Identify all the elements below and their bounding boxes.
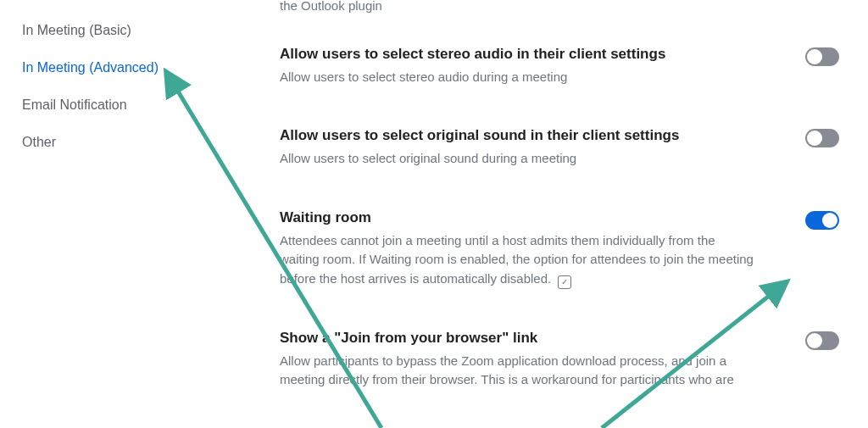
sidebar-item-other[interactable]: Other: [22, 124, 254, 161]
setting-title: Show a "Join from your browser" link: [280, 330, 771, 347]
partial-previous-setting-desc: the Outlook plugin: [280, 0, 754, 15]
setting-desc: Allow participants to bypass the Zoom ap…: [280, 352, 754, 390]
setting-title: Waiting room: [280, 209, 771, 226]
sidebar-item-in-meeting-basic[interactable]: In Meeting (Basic): [22, 12, 254, 49]
settings-main: the Outlook plugin Allow users to select…: [254, 0, 868, 428]
setting-stereo-audio: Allow users to select stereo audio in th…: [280, 46, 839, 87]
setting-desc: Allow users to select original sound dur…: [280, 149, 754, 169]
settings-sidebar: In Meeting (Basic) In Meeting (Advanced)…: [0, 0, 254, 428]
setting-original-sound: Allow users to select original sound in …: [280, 127, 839, 169]
setting-title: Allow users to select original sound in …: [280, 127, 771, 144]
toggle-waiting-room[interactable]: [805, 211, 839, 230]
modified-reset-icon[interactable]: ✓: [558, 275, 571, 289]
toggle-stereo-audio[interactable]: [805, 47, 839, 66]
setting-title: Allow users to select stereo audio in th…: [280, 46, 771, 63]
setting-waiting-room: Waiting room Attendees cannot join a mee…: [280, 209, 839, 289]
sidebar-item-email-notification[interactable]: Email Notification: [22, 86, 254, 124]
toggle-join-from-browser[interactable]: [805, 331, 839, 350]
setting-desc-text: Attendees cannot join a meeting until a …: [280, 233, 754, 286]
sidebar-item-in-meeting-advanced[interactable]: In Meeting (Advanced): [22, 49, 254, 86]
setting-desc: Attendees cannot join a meeting until a …: [280, 231, 754, 289]
setting-join-from-browser: Show a "Join from your browser" link All…: [280, 330, 839, 390]
toggle-original-sound[interactable]: [805, 129, 839, 147]
setting-desc: Allow users to select stereo audio durin…: [280, 68, 754, 87]
